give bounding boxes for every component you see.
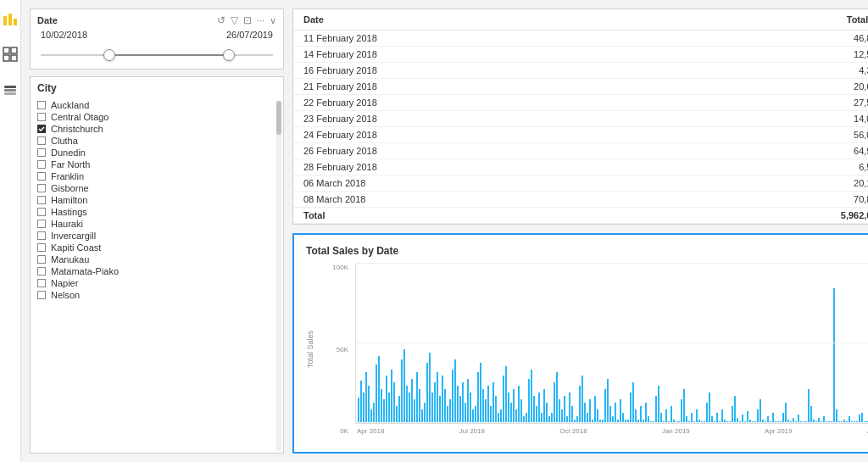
date-slicer: Date ↺ ▽ ⊡ ··· ∨ 10/02/2018 26/07/2019 xyxy=(30,8,284,70)
chart-bar xyxy=(442,376,443,423)
city-name: Gisborne xyxy=(51,183,89,193)
city-checkbox[interactable] xyxy=(37,160,46,169)
city-checkbox[interactable] xyxy=(37,113,46,121)
list-item[interactable]: Hauraki xyxy=(37,218,273,230)
chart-bar xyxy=(358,398,359,423)
end-date[interactable]: 26/07/2019 xyxy=(226,30,273,40)
svg-rect-5 xyxy=(3,55,9,61)
main-content: Date ↺ ▽ ⊡ ··· ∨ 10/02/2018 26/07/2019 xyxy=(21,0,868,462)
slider-thumb-left[interactable] xyxy=(103,49,115,61)
list-item[interactable]: Manukau xyxy=(37,253,273,265)
chart-bar xyxy=(429,353,431,423)
city-scrollbar-thumb[interactable] xyxy=(276,101,281,135)
chart-bar xyxy=(760,399,761,423)
chart-bar xyxy=(810,406,812,423)
chart-bar xyxy=(457,386,459,423)
city-name: Manukau xyxy=(51,254,89,264)
bar-chart-icon[interactable] xyxy=(0,8,20,29)
chevron-icon[interactable]: ∨ xyxy=(270,15,276,26)
slider-thumb-right[interactable] xyxy=(223,49,235,61)
table-row: 11 February 201846,873.20 xyxy=(293,31,868,47)
city-checkbox[interactable] xyxy=(37,243,46,252)
list-item[interactable]: Nelson xyxy=(37,289,273,301)
list-item[interactable]: Gisborne xyxy=(37,182,273,194)
grid-icon[interactable] xyxy=(0,44,20,64)
city-checkbox[interactable] xyxy=(37,196,46,204)
chart-bar xyxy=(561,409,563,423)
city-checkbox[interactable] xyxy=(37,208,46,216)
list-item[interactable]: Matamata-Piako xyxy=(37,265,273,277)
expand-icon[interactable]: ⊡ xyxy=(243,14,252,26)
table-row: 23 February 201814,070.00 xyxy=(293,111,868,127)
city-checkbox[interactable] xyxy=(37,267,46,276)
chart-bar xyxy=(376,365,377,423)
date-slider[interactable] xyxy=(37,47,276,64)
chart-bar xyxy=(747,411,748,423)
col-date[interactable]: Date xyxy=(293,9,634,31)
svg-rect-9 xyxy=(4,92,16,95)
list-item[interactable]: Central Otago xyxy=(37,111,273,123)
city-scrollbar[interactable] xyxy=(276,101,281,451)
list-item[interactable]: Auckland xyxy=(37,99,273,111)
chart-bar xyxy=(836,409,837,423)
chart-area: Total Sales 100K50K0K Apr 2018Jul 2018Oc… xyxy=(306,264,868,435)
chart-bar xyxy=(604,389,606,423)
list-item[interactable]: Dunedin xyxy=(37,147,273,159)
chart-bar xyxy=(559,399,560,423)
city-checkbox[interactable] xyxy=(37,148,46,157)
chart-bar xyxy=(421,409,423,423)
col-sales[interactable]: Total Sales xyxy=(634,9,868,31)
filter-icon[interactable]: ▽ xyxy=(231,14,238,26)
chart-bar xyxy=(513,389,515,423)
chart-bar xyxy=(533,396,535,423)
city-name: Central Otago xyxy=(51,112,108,122)
reset-icon[interactable]: ↺ xyxy=(217,14,225,26)
list-item[interactable]: Far North xyxy=(37,159,273,170)
chart-bar xyxy=(645,403,647,423)
city-name: Napier xyxy=(51,278,78,288)
x-tick: Oct 2018 xyxy=(559,427,587,435)
chart-bar xyxy=(584,403,586,423)
city-checkbox[interactable] xyxy=(37,231,46,240)
chart-bar xyxy=(706,403,708,423)
list-item[interactable]: Invercargill xyxy=(37,230,273,242)
city-checkbox[interactable] xyxy=(37,136,46,145)
city-checkbox[interactable] xyxy=(37,291,46,299)
cell-date: 26 February 2018 xyxy=(293,143,634,159)
chart-bar xyxy=(683,389,685,423)
city-checkbox[interactable] xyxy=(37,101,46,109)
chart-bar xyxy=(403,349,405,423)
list-item[interactable]: Napier xyxy=(37,277,273,289)
list-item[interactable]: Franklin xyxy=(37,170,273,182)
cell-date: 21 February 2018 xyxy=(293,79,634,95)
cell-date: 11 February 2018 xyxy=(293,31,634,47)
cell-date: 08 March 2018 xyxy=(293,192,634,208)
list-item[interactable]: Kapiti Coast xyxy=(37,242,273,253)
svg-rect-8 xyxy=(4,89,16,92)
table-row: 08 March 201870,852.50 xyxy=(293,192,868,208)
city-checkbox[interactable] xyxy=(37,279,46,287)
layers-icon[interactable] xyxy=(0,80,20,100)
table-row: 16 February 20184,355.00 xyxy=(293,63,868,79)
list-item[interactable]: Hamilton xyxy=(37,194,273,206)
start-date[interactable]: 10/02/2018 xyxy=(41,30,87,40)
list-item[interactable]: Christchurch xyxy=(37,123,273,135)
table-row: 26 February 201864,983.30 xyxy=(293,143,868,159)
chart-bar xyxy=(437,372,438,423)
city-checkbox[interactable] xyxy=(37,220,46,228)
svg-rect-7 xyxy=(4,86,16,88)
city-checkbox[interactable] xyxy=(37,125,46,133)
city-checkbox[interactable] xyxy=(37,172,46,181)
list-item[interactable]: Clutha xyxy=(37,135,273,147)
city-checkbox[interactable] xyxy=(37,255,46,264)
list-item[interactable]: Hastings xyxy=(37,206,273,218)
city-checkbox[interactable] xyxy=(37,184,46,192)
chart-bar xyxy=(510,403,512,423)
chart-bar xyxy=(554,382,555,423)
chart-bar xyxy=(564,396,565,423)
table-row: 22 February 201827,550.40 xyxy=(293,95,868,111)
chart-bar xyxy=(396,406,398,423)
cell-sales: 14,070.00 xyxy=(634,111,868,127)
chart-bar xyxy=(459,396,461,423)
more-icon[interactable]: ··· xyxy=(257,15,264,25)
